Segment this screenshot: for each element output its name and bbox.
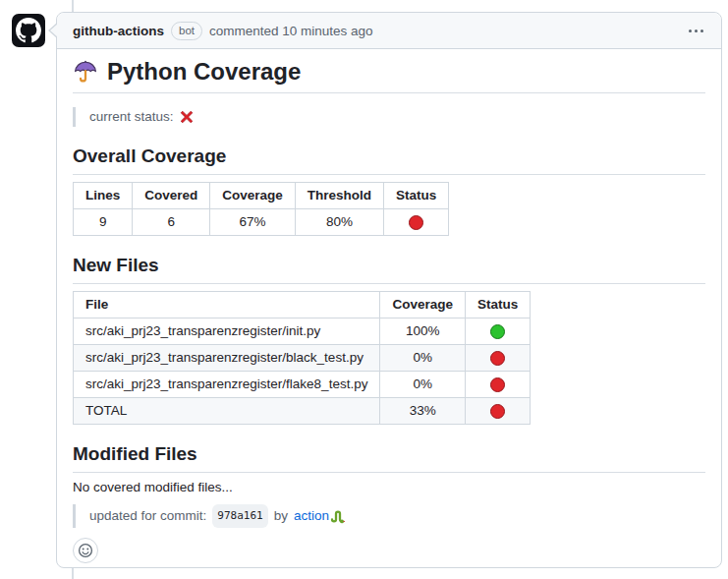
column-header: Lines <box>74 183 133 209</box>
author-login[interactable]: github-actions <box>73 24 164 38</box>
github-logo-icon <box>16 18 41 43</box>
commit-hash: 978a161 <box>212 504 267 528</box>
status-dot-red <box>490 351 505 366</box>
overall-coverage-heading: Overall Coverage <box>73 145 705 175</box>
overall-coverage-table: LinesCoveredCoverageThresholdStatus 9667… <box>73 182 449 236</box>
kebab-menu-button[interactable] <box>687 24 705 38</box>
snake-icon <box>329 508 345 524</box>
status-cell <box>465 398 530 425</box>
commit-blockquote: updated for commit: 978a161 by action <box>73 504 705 528</box>
table-header-row: LinesCoveredCoverageThresholdStatus <box>74 183 449 209</box>
table-row: 9667%80% <box>74 209 449 236</box>
table-header-row: FileCoverageStatus <box>74 292 531 318</box>
umbrella-icon <box>73 59 98 85</box>
column-header: File <box>74 292 380 318</box>
column-header: Status <box>465 292 530 318</box>
new-files-table: FileCoverageStatus src/aki_prj23_transpa… <box>73 291 531 425</box>
no-modified-files-text: No covered modified files... <box>73 480 705 494</box>
column-header: Coverage <box>210 183 296 209</box>
status-blockquote: current status: <box>73 107 705 127</box>
table-row: src/aki_prj23_transparenzregister/black_… <box>74 345 531 372</box>
new-files-heading: New Files <box>73 254 705 284</box>
table-cell: 0% <box>380 372 466 398</box>
table-cell: src/aki_prj23_transparenzregister/init.p… <box>74 318 380 345</box>
table-row: TOTAL33% <box>74 398 531 425</box>
bot-badge: bot <box>171 22 202 40</box>
page: github-actions bot commented 10 minutes … <box>0 0 728 579</box>
table-cell: 0% <box>380 345 466 372</box>
table-cell: 67% <box>210 209 296 236</box>
smiley-icon <box>78 543 93 558</box>
status-cell <box>465 372 530 398</box>
by-label: by <box>274 506 288 526</box>
column-header: Status <box>384 183 449 209</box>
comment-header: github-actions bot commented 10 minutes … <box>57 13 721 49</box>
table-row: src/aki_prj23_transparenzregister/init.p… <box>74 318 531 345</box>
timeline-line-bottom <box>72 568 74 579</box>
comment-body: Python Coverage current status: Overall … <box>57 49 721 563</box>
modified-files-heading: Modified Files <box>73 442 705 473</box>
table-cell: TOTAL <box>74 398 380 425</box>
table-cell: 6 <box>133 209 210 236</box>
table-row: src/aki_prj23_transparenzregister/flake8… <box>74 372 531 398</box>
status-dot-red <box>490 377 505 392</box>
comment-card: github-actions bot commented 10 minutes … <box>56 12 722 568</box>
status-cell <box>465 345 530 372</box>
github-actions-avatar[interactable] <box>12 14 45 47</box>
status-dot-green <box>490 324 505 339</box>
status-label: current status: <box>89 107 174 127</box>
page-title-text: Python Coverage <box>107 57 301 87</box>
status-dot-red <box>490 404 505 419</box>
column-header: Coverage <box>380 292 466 318</box>
status-cell <box>384 209 449 236</box>
kebab-horizontal-icon <box>689 29 703 32</box>
column-header: Covered <box>133 183 210 209</box>
cross-mark-icon <box>180 110 194 124</box>
action-link[interactable]: action <box>294 506 329 526</box>
table-cell: src/aki_prj23_transparenzregister/black_… <box>74 345 380 372</box>
column-header: Threshold <box>295 183 383 209</box>
table-cell: src/aki_prj23_transparenzregister/flake8… <box>74 372 380 398</box>
status-cell <box>465 318 530 345</box>
table-cell: 33% <box>380 398 466 425</box>
page-title: Python Coverage <box>73 57 705 93</box>
comment-timestamp[interactable]: commented 10 minutes ago <box>209 24 373 38</box>
table-cell: 80% <box>295 209 383 236</box>
table-cell: 9 <box>74 209 133 236</box>
commit-label: updated for commit: <box>89 506 206 526</box>
add-reaction-button[interactable] <box>73 538 98 563</box>
status-dot-red <box>409 215 423 230</box>
table-cell: 100% <box>380 318 466 345</box>
